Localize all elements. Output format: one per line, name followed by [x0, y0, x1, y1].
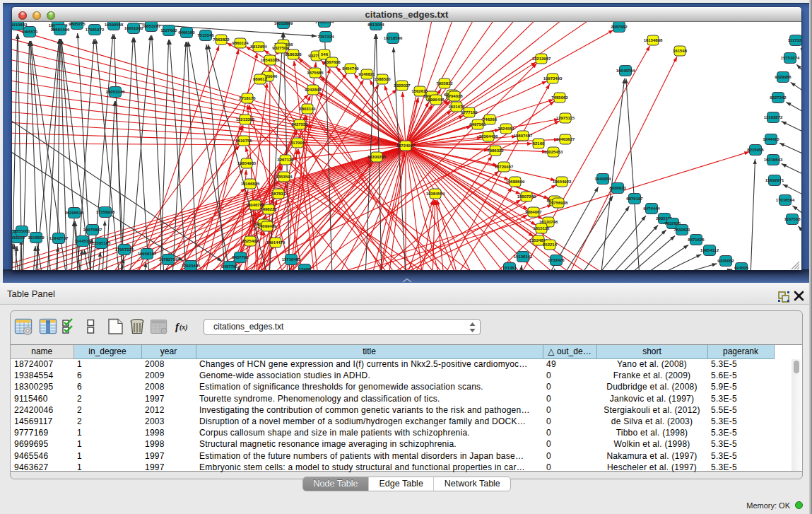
svg-text:6879197: 6879197 [626, 197, 643, 201]
svg-text:9146821: 9146821 [358, 72, 375, 76]
svg-text:16033809: 16033809 [274, 22, 293, 25]
svg-text:7515546: 7515546 [197, 33, 214, 37]
svg-text:19166825: 19166825 [241, 182, 260, 186]
svg-text:16782759: 16782759 [159, 257, 178, 262]
svg-text:5498222: 5498222 [260, 207, 277, 211]
svg-text:18724007: 18724007 [396, 144, 416, 148]
svg-text:1615132: 1615132 [533, 226, 550, 230]
svg-text:14099489: 14099489 [258, 224, 277, 228]
svg-text:7485063: 7485063 [551, 95, 568, 100]
svg-text:20053346: 20053346 [106, 90, 125, 94]
svg-text:14914479: 14914479 [266, 240, 286, 245]
svg-text:1117335: 1117335 [788, 38, 801, 42]
svg-text:20975887: 20975887 [83, 228, 102, 232]
svg-text:1405571: 1405571 [21, 30, 38, 34]
svg-text:546: 546 [321, 52, 329, 57]
svg-text:1640954: 1640954 [594, 177, 611, 181]
svg-text:12213987: 12213987 [532, 57, 551, 61]
svg-text:10688609: 10688609 [506, 180, 525, 184]
svg-text:8471626: 8471626 [688, 238, 705, 242]
svg-text:17466: 17466 [299, 267, 311, 270]
svg-text:16210643: 16210643 [764, 158, 783, 162]
svg-text:17081972: 17081972 [86, 28, 105, 32]
svg-text:1733426: 1733426 [548, 258, 565, 262]
svg-text:5322037: 5322037 [394, 83, 411, 88]
svg-text:1244415: 1244415 [763, 137, 779, 141]
svg-text:18807249: 18807249 [517, 194, 536, 199]
svg-text:12923465: 12923465 [182, 264, 201, 268]
svg-text:17016504: 17016504 [776, 198, 795, 202]
svg-text:9329966: 9329966 [775, 75, 792, 79]
svg-text:9474444: 9474444 [643, 206, 660, 211]
svg-text:151361: 151361 [502, 266, 517, 270]
svg-text:15136141: 15136141 [514, 255, 533, 259]
svg-text:8912954: 8912954 [250, 45, 267, 49]
svg-text:17683554: 17683554 [315, 22, 334, 24]
svg-text:10654112: 10654112 [700, 248, 719, 252]
svg-text:1588520: 1588520 [374, 77, 391, 81]
svg-text:15692971: 15692971 [765, 178, 784, 182]
svg-text:17359938: 17359938 [96, 210, 115, 214]
svg-text:9245052: 9245052 [717, 259, 734, 263]
svg-text:9860124: 9860124 [232, 41, 249, 45]
svg-text:10853287: 10853287 [142, 24, 161, 28]
svg-text:12213382: 12213382 [236, 117, 255, 122]
svg-text:10958107: 10958107 [138, 252, 157, 256]
svg-text:6794028: 6794028 [446, 94, 463, 98]
svg-text:3675685: 3675685 [307, 71, 324, 75]
svg-text:1621072: 1621072 [448, 105, 465, 109]
svg-text:16046788: 16046788 [246, 203, 265, 207]
svg-text:19218506: 19218506 [384, 36, 403, 40]
svg-text:19654923: 19654923 [553, 180, 572, 184]
svg-text:1167533: 1167533 [784, 217, 801, 221]
svg-text:19854985: 19854985 [237, 161, 257, 165]
svg-text:252214: 252214 [543, 243, 558, 247]
svg-text:746266: 746266 [483, 117, 498, 122]
svg-text:9457791: 9457791 [221, 264, 238, 269]
svg-text:8215958: 8215958 [747, 148, 764, 152]
svg-text:(x): (x) [180, 323, 188, 332]
svg-text:8555061: 8555061 [13, 229, 30, 233]
svg-text:62160: 62160 [533, 141, 545, 146]
svg-text:15716485: 15716485 [282, 257, 301, 262]
svg-text:3267130: 3267130 [277, 158, 294, 162]
svg-text:8938923: 8938923 [609, 186, 626, 190]
svg-text:10390568: 10390568 [105, 23, 124, 27]
svg-text:17957225: 17957225 [115, 247, 134, 252]
svg-text:20364436: 20364436 [479, 134, 498, 139]
svg-text:3624554: 3624554 [498, 127, 514, 131]
svg-text:16543382: 16543382 [261, 58, 280, 62]
svg-text:9227342: 9227342 [770, 95, 787, 100]
svg-text:12942737: 12942737 [49, 236, 69, 240]
svg-text:1527602: 1527602 [160, 28, 177, 33]
svg-text:12505185: 12505185 [92, 241, 111, 245]
svg-text:9777169: 9777169 [461, 110, 478, 115]
svg-text:15751074: 15751074 [781, 56, 800, 60]
svg-text:10025453: 10025453 [544, 150, 563, 154]
svg-text:9084067: 9084067 [525, 210, 542, 214]
svg-text:8186328: 8186328 [285, 52, 302, 57]
svg-text:2087682: 2087682 [611, 25, 628, 29]
svg-text:10973493: 10973493 [543, 76, 563, 81]
svg-text:7986322: 7986322 [487, 148, 504, 153]
svg-text:7955812: 7955812 [436, 81, 453, 86]
svg-text:2367608: 2367608 [324, 60, 341, 64]
svg-text:10807487: 10807487 [514, 134, 533, 138]
svg-text:1144519: 1144519 [74, 239, 91, 243]
svg-text:6466160: 6466160 [178, 30, 195, 35]
svg-text:1156829: 1156829 [28, 235, 45, 240]
svg-text:9457791: 9457791 [232, 255, 249, 259]
svg-text:12975115: 12975115 [556, 116, 575, 120]
svg-text:16154808: 16154808 [644, 38, 663, 42]
svg-text:19384554: 19384554 [426, 192, 445, 196]
svg-text:9242848: 9242848 [305, 88, 322, 92]
svg-text:417004: 417004 [290, 141, 305, 145]
svg-text:16061080: 16061080 [124, 26, 143, 30]
svg-text:1610755: 1610755 [235, 139, 252, 143]
svg-text:8427552: 8427552 [291, 122, 308, 127]
svg-text:8990448: 8990448 [428, 98, 445, 102]
svg-text:8454749: 8454749 [342, 66, 359, 71]
svg-text:19463627: 19463627 [556, 137, 575, 141]
svg-text:15720407: 15720407 [495, 165, 514, 169]
svg-text:7625402: 7625402 [242, 239, 259, 243]
